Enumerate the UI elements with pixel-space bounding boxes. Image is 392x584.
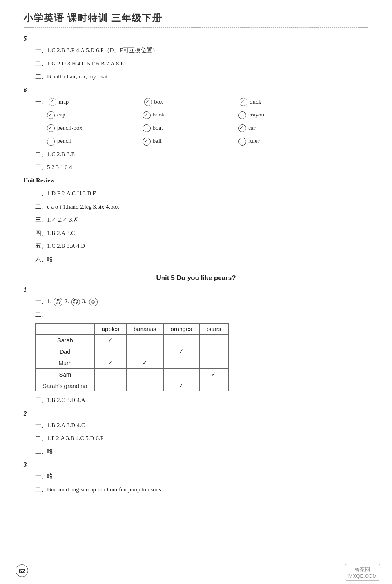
- crayon-circle: [238, 111, 246, 119]
- section6-yi-prefix: 一、: [35, 98, 47, 105]
- row-grandma-bananas: [126, 380, 163, 391]
- book-circle: [143, 111, 151, 119]
- unit-review-title: Unit Review: [24, 175, 368, 186]
- box-circle: [144, 98, 152, 106]
- row-sam-name: Sam: [36, 369, 95, 380]
- row-sam-apples: [94, 369, 126, 380]
- row-sarah-apples: ✓: [94, 335, 126, 346]
- section6-row2: cap book crayon: [47, 109, 368, 120]
- watermark-line2: MXQE.COM: [348, 573, 377, 579]
- unit-review-si: 四、1.B 2.A 3.C: [35, 227, 368, 239]
- unit-review-yi: 一、1.D F 2.A C H 3.B E: [35, 188, 368, 199]
- ball-label: ball: [153, 138, 162, 144]
- row-dad-oranges: ✓: [163, 346, 199, 357]
- row-sam-oranges: [163, 369, 199, 380]
- section5-yi: 一、1.C 2.B 3.E 4.A 5.D 6.F（D、F可互换位置）: [35, 45, 368, 56]
- row-mum-name: Mum: [36, 357, 95, 369]
- car-label: car: [248, 125, 255, 131]
- unit5-s1-yi-prefix: 一、1.: [35, 298, 51, 304]
- unit5-s2-er: 二、1.F 2.A 3.B 4.C 5.D 6.E: [35, 433, 368, 444]
- smiley-sep-1: 2.: [65, 298, 69, 304]
- col-header-pears: pears: [199, 324, 229, 335]
- table-row: Sam ✓: [36, 369, 229, 380]
- row-sarah-pears: [199, 335, 229, 346]
- row-dad-apples: [94, 346, 126, 357]
- row-mum-oranges: [163, 357, 199, 369]
- book-label: book: [153, 111, 165, 118]
- watermark-box: 答案圈 MXQE.COM: [345, 564, 380, 581]
- pencil-box-label: pencil-box: [57, 125, 82, 131]
- section6-row3: pencil-box boat car: [47, 122, 368, 134]
- header-text: 小学英语 课时特训 三年级下册: [24, 12, 162, 24]
- unit5-s3-er: 二、Bud mud bug sun up run hum fun jump tu…: [35, 484, 368, 495]
- unit5-section2-num: 2: [24, 410, 368, 418]
- fruit-table: apples bananas oranges pears Sarah ✓ Dad…: [35, 323, 229, 391]
- box-label: box: [154, 98, 163, 105]
- section6-san: 三、5 2 3 1 6 4: [35, 162, 368, 173]
- unit5-section3-num: 3: [24, 461, 368, 469]
- unit5-s2-yi: 一、1.B 2.A 3.D 4.C: [35, 420, 368, 431]
- section5-er: 二、1.G 2.D 3.H 4.C 5.F 6.B 7.A 8.E: [35, 58, 368, 69]
- unit5-s1-san: 三、1.B 2.C 3.D 4.A: [35, 395, 368, 406]
- table-row: Sarah ✓: [36, 335, 229, 346]
- table-row: Dad ✓: [36, 346, 229, 357]
- boat-circle: [143, 124, 151, 132]
- row-sam-pears: ✓: [199, 369, 229, 380]
- row-grandma-oranges: ✓: [163, 380, 199, 391]
- unit-review-liu: 六、略: [35, 254, 368, 265]
- col-header-bananas: bananas: [126, 324, 163, 335]
- unit5-s3-yi: 一、略: [35, 471, 368, 482]
- row-dad-pears: [199, 346, 229, 357]
- car-circle: [238, 124, 246, 132]
- page-header: 小学英语 课时特训 三年级下册: [24, 12, 368, 28]
- col-header-oranges: oranges: [163, 324, 199, 335]
- row-grandma-name: Sarah's grandma: [36, 380, 95, 391]
- duck-circle: [240, 98, 247, 106]
- row-grandma-apples: [94, 380, 126, 391]
- boat-label: boat: [153, 125, 163, 131]
- unit-review-wu: 五、1.C 2.B 3.A 4.D: [35, 240, 368, 252]
- unit-review-san: 三、1.✓ 2.✓ 3.✗: [35, 214, 368, 226]
- row-sam-bananas: [126, 369, 163, 380]
- row-sarah-name: Sarah: [36, 335, 95, 346]
- page-number: 62: [16, 564, 28, 577]
- pencil-box-circle: [47, 124, 55, 132]
- unit5-s1-yi: 一、1. ☹ 2. ☹ 3. ☺: [35, 296, 368, 307]
- crayon-label: crayon: [248, 111, 264, 118]
- map-circle: [49, 98, 56, 106]
- row-mum-bananas: ✓: [126, 357, 163, 369]
- ruler-circle: [238, 138, 246, 146]
- map-label: map: [59, 98, 69, 105]
- row-dad-bananas: [126, 346, 163, 357]
- smiley-1: ☹: [54, 298, 62, 306]
- row-sarah-bananas: [126, 335, 163, 346]
- section6-yi-label: 一、 map box duck: [35, 96, 368, 107]
- unit-review-er: 二、e a o i 1.hand 2.leg 3.six 4.box: [35, 201, 368, 213]
- smiley-sep-2: 3.: [82, 298, 87, 304]
- watermark-line1: 答案圈: [348, 566, 377, 573]
- section5-san: 三、B ball, chair, car, toy boat: [35, 71, 368, 82]
- unit5-title: Unit 5 Do you like pears?: [24, 274, 368, 282]
- col-header-name: [36, 324, 95, 335]
- section-6-num: 6: [24, 86, 368, 94]
- pencil-label: pencil: [57, 138, 72, 144]
- unit5-s1-er-label: 二、: [35, 309, 368, 320]
- ball-circle: [143, 138, 151, 146]
- row-mum-pears: [199, 357, 229, 369]
- row-dad-name: Dad: [36, 346, 95, 357]
- row-mum-apples: ✓: [94, 357, 126, 369]
- smiley-3: ☺: [89, 298, 98, 306]
- row-sarah-oranges: [163, 335, 199, 346]
- section-5-num: 5: [24, 35, 368, 43]
- section6-row4: pencil ball ruler: [47, 135, 368, 147]
- table-row: Mum ✓ ✓: [36, 357, 229, 369]
- cap-circle: [47, 111, 55, 119]
- unit5-section1-num: 1: [24, 286, 368, 294]
- section6-er: 二、1.C 2.B 3.B: [35, 149, 368, 160]
- pencil-circle: [47, 138, 55, 146]
- watermark: 答案圈 MXQE.COM: [345, 564, 380, 581]
- duck-label: duck: [250, 98, 261, 105]
- unit5-s2-san: 三、略: [35, 446, 368, 457]
- smiley-2: ☹: [71, 298, 80, 306]
- ruler-label: ruler: [248, 138, 259, 144]
